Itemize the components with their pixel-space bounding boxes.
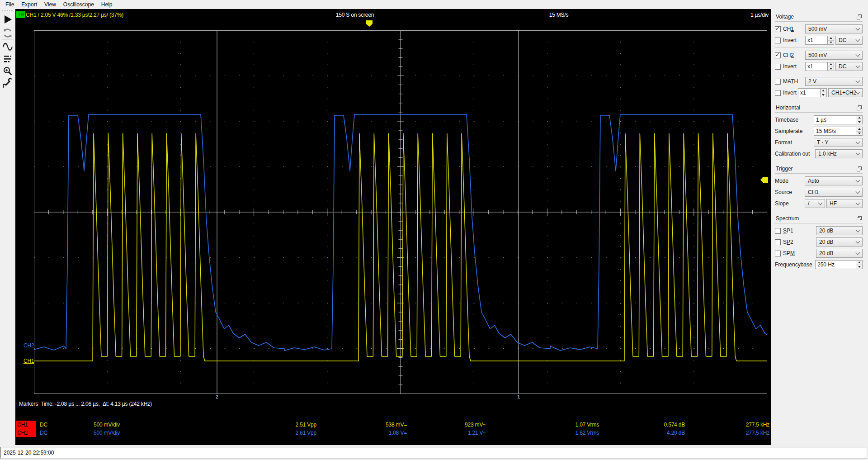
vac-column: 923 mV~1.21 V~: [432, 421, 486, 437]
trigger-slope-label: Slope: [775, 200, 805, 207]
samplerate-spinner[interactable]: 15 MS/s: [814, 127, 863, 136]
ch1-invert-row: Invert x1 DC: [775, 36, 863, 45]
ch1-invert-checkbox[interactable]: [775, 38, 781, 43]
spectrum-section: Spectrum SP1 20 dB SP2 20 dB SPM 20 dB: [775, 213, 863, 269]
channel-badge: CH1 CH2: [16, 421, 36, 437]
math-invert-row: Invert x1 CH1+CH2: [775, 88, 863, 97]
menu-oscilloscope[interactable]: Oscilloscope: [60, 0, 98, 9]
menu-help[interactable]: Help: [98, 0, 116, 9]
chevron-down-icon: [856, 79, 860, 83]
math-mode-select[interactable]: CH1+CH2: [828, 88, 863, 97]
float-panel-icon[interactable]: [857, 166, 862, 171]
refresh-icon: [3, 28, 13, 38]
spm-checkbox[interactable]: [775, 251, 781, 256]
badge-ch2: CH2: [17, 429, 36, 437]
float-panel-icon[interactable]: [857, 105, 862, 110]
sp2-row: SP2 20 dB: [775, 237, 863, 247]
ch1-trace-label[interactable]: CH1: [24, 358, 39, 364]
vrms-column: 1.07 Vrms1.62 Vrms: [545, 421, 599, 437]
time-per-div-label: 1 µs/div: [714, 12, 769, 18]
trigger-source-row: Source CH1: [775, 188, 863, 197]
samplerate-row: Samplerate 15 MS/s: [775, 127, 863, 136]
menu-view[interactable]: View: [41, 0, 60, 9]
trigger-source-label: Source: [775, 189, 805, 195]
menu-export[interactable]: Export: [18, 0, 41, 9]
time-marker-2-label[interactable]: 2: [213, 394, 221, 399]
spinner-arrows[interactable]: [856, 116, 862, 124]
sp2-label: SP2: [783, 239, 816, 245]
ch2-invert-checkbox[interactable]: [775, 64, 781, 70]
ch2-multiplier-spinner[interactable]: x1: [805, 62, 834, 71]
frequencybase-row: Frequencybase 250 Hz: [775, 260, 863, 269]
math-range-select[interactable]: 2 V: [805, 77, 863, 86]
toolbar-separator: [2, 26, 14, 26]
db-column: 0.574 dB4.20 dB: [631, 421, 685, 437]
ch1-range-select[interactable]: 500 mV: [805, 24, 863, 33]
samplerate-label-top: 15 MS/s: [536, 12, 581, 18]
chevron-down-icon: [856, 90, 860, 95]
ch2-range-select[interactable]: 500 mV: [805, 51, 863, 60]
voltage-section-title: Voltage: [776, 14, 794, 20]
spm-range-select[interactable]: 20 dB: [816, 249, 863, 258]
markers-readout: Markers Time: -2.08 µs ... 2.06 µs, Δt: …: [19, 401, 152, 407]
math-invert-label: Invert: [783, 90, 798, 96]
time-marker-1-label[interactable]: 1: [515, 394, 522, 399]
trigger-mode-row: Mode Auto: [775, 176, 863, 185]
sp1-range-select[interactable]: 20 dB: [816, 226, 863, 235]
float-panel-icon[interactable]: [857, 216, 862, 221]
sp2-range-select[interactable]: 20 dB: [816, 237, 863, 247]
scale-column: 500 mV/div500 mV/div: [75, 421, 120, 437]
ch2-label: CH2: [783, 52, 805, 58]
math-checkbox[interactable]: [775, 79, 781, 85]
timebase-spinner[interactable]: 1 µs: [814, 115, 863, 124]
samplerate-label: Samplerate: [775, 128, 814, 134]
ch1-coupling-select[interactable]: DC: [835, 36, 863, 45]
spinner-arrows[interactable]: [856, 127, 862, 135]
trigger-slope-select[interactable]: /: [805, 199, 825, 208]
spinner-arrows[interactable]: [856, 261, 862, 269]
trigger-mode-select[interactable]: Auto: [805, 176, 863, 185]
spinner-arrows[interactable]: [820, 89, 826, 97]
chevron-down-icon: [856, 228, 860, 232]
levels-button[interactable]: [1, 52, 14, 65]
ch2-trace-label[interactable]: CH2: [24, 342, 39, 349]
ch1-label: CH1: [783, 26, 805, 32]
toolbar-drag-handle[interactable]: [2, 10, 13, 11]
trigger-position-marker[interactable]: [363, 20, 375, 27]
ch2-invert-label: Invert: [783, 63, 805, 70]
math-multiplier-spinner[interactable]: x1: [798, 88, 827, 97]
statusbar: 2025-12-20 22:59:00: [0, 445, 868, 460]
trigger-slope-row: Slope / HF: [775, 199, 863, 208]
ch1-multiplier-spinner[interactable]: x1: [805, 36, 834, 45]
scope-display[interactable]: [34, 30, 767, 394]
spinner-arrows[interactable]: [827, 36, 834, 44]
sp2-checkbox[interactable]: [775, 239, 781, 245]
trigger-section: Trigger Mode Auto Source CH1 Slope / HF: [775, 164, 863, 208]
sp1-checkbox[interactable]: [775, 228, 781, 234]
tools-button[interactable]: [1, 77, 14, 89]
left-toolbar: [0, 9, 15, 445]
trigger-source-select[interactable]: CH1: [805, 188, 863, 197]
math-invert-checkbox[interactable]: [775, 90, 781, 96]
graticule-and-traces: [34, 30, 767, 394]
chevron-down-icon: [856, 178, 860, 183]
ch2-coupling-select[interactable]: DC: [835, 62, 863, 71]
run-button[interactable]: [1, 13, 14, 25]
sp1-label: SP1: [783, 228, 816, 234]
format-select[interactable]: T - Y: [814, 138, 863, 147]
calibration-out-label: Calibration out: [775, 151, 815, 157]
ch1-checkbox[interactable]: [775, 26, 781, 32]
spinner-arrows[interactable]: [827, 62, 834, 71]
ch2-checkbox[interactable]: [775, 52, 781, 58]
calibration-out-select[interactable]: 1.0 kHz: [815, 149, 863, 158]
zoom-button[interactable]: [1, 65, 14, 77]
frequencybase-spinner[interactable]: 250 Hz: [815, 260, 863, 269]
menu-file[interactable]: File: [2, 0, 18, 9]
float-panel-icon[interactable]: [857, 14, 862, 19]
trigger-filter-select[interactable]: HF: [826, 199, 863, 208]
signal-generator-button[interactable]: [1, 40, 14, 52]
horizontal-section: Horizontal Timebase 1 µs Samplerate 15 M…: [775, 103, 863, 158]
vdc-column: 538 mV=1.08 V=: [353, 421, 407, 437]
restart-button[interactable]: [1, 27, 14, 39]
spm-label: SPM: [783, 250, 816, 256]
